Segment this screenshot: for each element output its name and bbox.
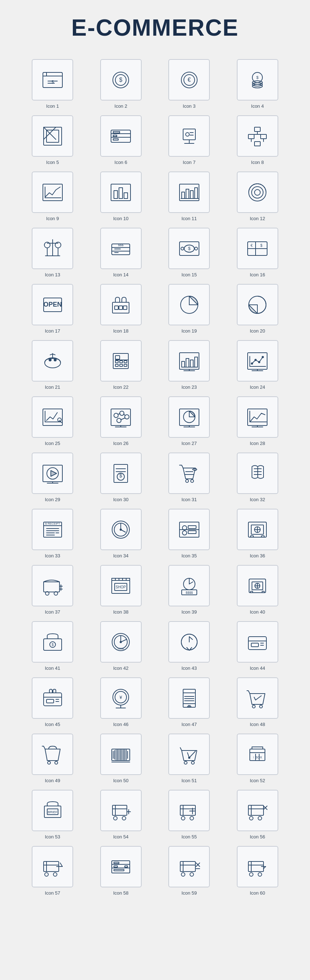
- icon-box-1[interactable]: $: [32, 59, 73, 100]
- icon-box-18[interactable]: [100, 284, 142, 325]
- svg-rect-34: [248, 134, 254, 139]
- svg-line-262: [180, 748, 182, 751]
- icon-cell-4: $ Icon 4: [227, 59, 289, 109]
- icon-box-12[interactable]: [237, 172, 278, 213]
- icon-box-31[interactable]: [168, 453, 210, 494]
- svg-rect-95: [115, 361, 118, 363]
- icon-box-15[interactable]: $: [168, 228, 210, 269]
- icon-box-48[interactable]: [237, 677, 278, 719]
- icon-box-57[interactable]: [32, 846, 73, 888]
- svg-text:$: $: [256, 75, 259, 80]
- icon-box-29[interactable]: [32, 453, 73, 494]
- icon-label-58: Icon 58: [113, 890, 129, 896]
- icon-box-58[interactable]: [100, 846, 142, 888]
- icon-box-56[interactable]: [237, 790, 278, 831]
- svg-rect-85: [119, 306, 123, 310]
- svg-rect-307: [114, 862, 119, 864]
- icon-box-55[interactable]: [168, 790, 210, 831]
- icon-label-54: Icon 54: [113, 834, 129, 840]
- icon-box-39[interactable]: $$$$: [168, 565, 210, 606]
- svg-rect-308: [114, 866, 118, 867]
- svg-text:TIME: TIME: [118, 647, 125, 650]
- icon-label-41: Icon 41: [45, 665, 60, 671]
- icon-label-27: Icon 27: [181, 441, 197, 446]
- svg-point-263: [184, 761, 187, 764]
- icon-label-57: Icon 57: [45, 890, 60, 896]
- icon-box-28[interactable]: [237, 396, 278, 438]
- icon-box-21[interactable]: [32, 340, 73, 382]
- svg-point-154: [191, 480, 193, 482]
- svg-text:BRIEF: BRIEF: [48, 810, 57, 814]
- icon-box-11[interactable]: [168, 172, 210, 213]
- icon-box-13[interactable]: [32, 228, 73, 269]
- svg-text:$: $: [260, 243, 262, 248]
- icon-label-46: Icon 46: [113, 722, 129, 727]
- icon-box-23[interactable]: [168, 340, 210, 382]
- icon-box-60[interactable]: [237, 846, 278, 888]
- icon-box-34[interactable]: [100, 509, 142, 550]
- icon-cell-48: Icon 48: [227, 677, 289, 727]
- icon-box-4[interactable]: $: [237, 59, 278, 100]
- svg-rect-86: [123, 306, 127, 310]
- icon-label-2: Icon 2: [115, 103, 127, 109]
- icon-box-33[interactable]: $ RECEIPT: [32, 509, 73, 550]
- icon-box-9[interactable]: [32, 172, 73, 213]
- icon-box-2[interactable]: $: [100, 59, 142, 100]
- icon-box-52[interactable]: ↑ BOX: [237, 733, 278, 775]
- icon-box-26[interactable]: [100, 396, 142, 438]
- icon-box-40[interactable]: [237, 565, 278, 606]
- icon-box-10[interactable]: [100, 172, 142, 213]
- icon-cell-43: Icon 43: [158, 621, 220, 671]
- icon-box-36[interactable]: [237, 509, 278, 550]
- icon-box-6[interactable]: [100, 115, 142, 157]
- icon-cell-26: Icon 26: [90, 396, 152, 446]
- icon-cell-18: Icon 18: [90, 284, 152, 334]
- icon-box-41[interactable]: $: [32, 621, 73, 663]
- icon-box-20[interactable]: [237, 284, 278, 325]
- icon-box-14[interactable]: $$$: [100, 228, 142, 269]
- icon-box-38[interactable]: SHOP: [100, 565, 142, 606]
- icon-box-27[interactable]: [168, 396, 210, 438]
- icon-box-35[interactable]: [168, 509, 210, 550]
- svg-rect-99: [124, 361, 127, 363]
- icon-box-45[interactable]: [32, 677, 73, 719]
- icon-box-16[interactable]: € $: [237, 228, 278, 269]
- svg-rect-96: [115, 364, 118, 366]
- icon-box-17[interactable]: OPEN: [32, 284, 73, 325]
- icon-box-37[interactable]: [32, 565, 73, 606]
- icon-box-3[interactable]: €: [168, 59, 210, 100]
- icon-box-24[interactable]: [237, 340, 278, 382]
- svg-point-264: [192, 761, 194, 764]
- icon-box-30[interactable]: $: [100, 453, 142, 494]
- icon-box-50[interactable]: [100, 733, 142, 775]
- icon-box-5[interactable]: [32, 115, 73, 157]
- icon-box-46[interactable]: ¥: [100, 677, 142, 719]
- icon-box-59[interactable]: [168, 846, 210, 888]
- icon-label-19: Icon 19: [181, 328, 197, 334]
- icon-cell-1: $ Icon 1: [22, 59, 84, 109]
- icon-label-17: Icon 17: [45, 328, 60, 334]
- icon-box-7[interactable]: [168, 115, 210, 157]
- icon-box-51[interactable]: [168, 733, 210, 775]
- svg-point-322: [249, 873, 253, 876]
- icon-box-47[interactable]: [168, 677, 210, 719]
- icon-box-22[interactable]: [100, 340, 142, 382]
- icon-box-53[interactable]: BRIEF: [32, 790, 73, 831]
- icon-cell-60: Icon 60: [227, 846, 289, 896]
- svg-text:$: $: [51, 80, 54, 85]
- icon-box-19[interactable]: [168, 284, 210, 325]
- icon-cell-3: € Icon 3: [158, 59, 220, 109]
- icon-box-8[interactable]: [237, 115, 278, 157]
- icon-box-43[interactable]: [168, 621, 210, 663]
- icon-cell-33: $ RECEIPT Icon 33: [22, 509, 84, 558]
- svg-rect-309: [114, 869, 124, 871]
- icon-label-44: Icon 44: [250, 665, 265, 671]
- icon-box-49[interactable]: [32, 733, 73, 775]
- icon-box-44[interactable]: [237, 621, 278, 663]
- icon-box-32[interactable]: [237, 453, 278, 494]
- icon-label-3: Icon 3: [183, 103, 195, 109]
- icon-box-25[interactable]: [32, 396, 73, 438]
- icon-cell-59: Icon 59: [158, 846, 220, 896]
- icon-box-54[interactable]: [100, 790, 142, 831]
- icon-box-42[interactable]: TIME: [100, 621, 142, 663]
